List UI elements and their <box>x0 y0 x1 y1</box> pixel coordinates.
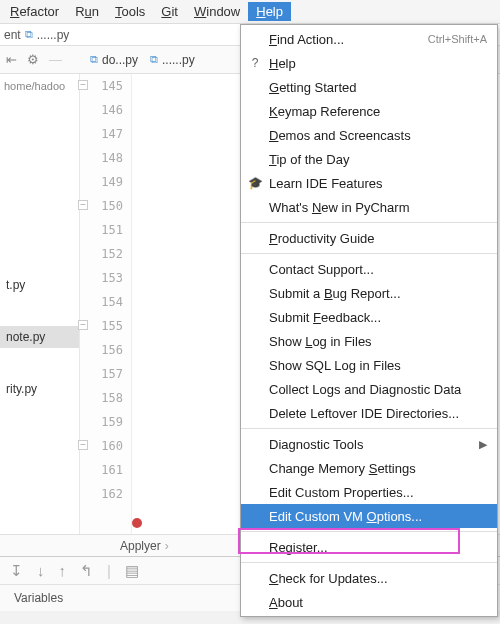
divider: — <box>49 52 62 67</box>
menu-item[interactable]: Productivity Guide <box>241 226 497 250</box>
editor-tab[interactable]: ⧉do...py <box>90 53 138 67</box>
menu-item-label: Learn IDE Features <box>269 176 382 191</box>
help-menu: Find Action...Ctrl+Shift+A?HelpGetting S… <box>240 24 498 617</box>
sidebar-file[interactable]: rity.py <box>0 378 79 400</box>
menu-item-label: Delete Leftover IDE Directories... <box>269 406 459 421</box>
menu-item[interactable]: Submit a Bug Report... <box>241 281 497 305</box>
chevron-right-icon: › <box>165 539 169 553</box>
menu-item-icon: 🎓 <box>247 176 263 190</box>
menu-item[interactable]: Getting Started <box>241 75 497 99</box>
menu-refactor[interactable]: Refactor <box>2 2 67 21</box>
tab-label: ......py <box>162 53 195 67</box>
line-number: 151 <box>80 218 123 242</box>
sidebar-path: home/hadoo <box>0 78 79 94</box>
menu-item[interactable]: Find Action...Ctrl+Shift+A <box>241 27 497 51</box>
menu-item[interactable]: Delete Leftover IDE Directories... <box>241 401 497 425</box>
menu-item-label: Submit Feedback... <box>269 310 381 325</box>
menu-item[interactable]: Change Memory Settings <box>241 456 497 480</box>
step-return-icon[interactable]: ↰ <box>80 562 93 580</box>
menu-item-label: Edit Custom VM Options... <box>269 509 422 524</box>
menu-tools[interactable]: Tools <box>107 2 153 21</box>
step-up-icon[interactable]: ↑ <box>59 562 67 579</box>
line-number: 161 <box>80 458 123 482</box>
fold-icon[interactable]: – <box>78 80 88 90</box>
line-number: 162 <box>80 482 123 506</box>
breakpoint-icon[interactable] <box>132 518 142 528</box>
menu-help[interactable]: Help <box>248 2 291 21</box>
menu-item[interactable]: ?Help <box>241 51 497 75</box>
menu-item[interactable]: Collect Logs and Diagnostic Data <box>241 377 497 401</box>
menu-item-label: Check for Updates... <box>269 571 388 586</box>
menu-item[interactable]: Show SQL Log in Files <box>241 353 497 377</box>
menu-item-label: Demos and Screencasts <box>269 128 411 143</box>
menu-item[interactable]: Check for Updates... <box>241 566 497 590</box>
breadcrumb-file: ......py <box>37 28 70 42</box>
step-out-icon[interactable]: ↧ <box>10 562 23 580</box>
editor-tabs: ⧉do...py⧉......py <box>80 53 195 67</box>
project-sidebar: home/hadoo t.py note.py rity.py <box>0 74 80 534</box>
menu-separator <box>241 562 497 563</box>
menu-item-icon: ? <box>247 56 263 70</box>
gear-icon[interactable]: ⚙ <box>27 52 39 67</box>
submenu-arrow-icon: ▶ <box>479 438 487 451</box>
line-number: 150– <box>80 194 123 218</box>
fold-icon[interactable]: – <box>78 200 88 210</box>
menu-item-label: Change Memory Settings <box>269 461 416 476</box>
line-number: 159 <box>80 410 123 434</box>
menu-item-label: Collect Logs and Diagnostic Data <box>269 382 461 397</box>
tab-label: do...py <box>102 53 138 67</box>
menu-item[interactable]: Submit Feedback... <box>241 305 497 329</box>
line-number: 157 <box>80 362 123 386</box>
fold-icon[interactable]: – <box>78 440 88 450</box>
sidebar-file[interactable]: note.py <box>0 326 79 348</box>
status-crumb[interactable]: Applyer <box>120 539 161 553</box>
menu-item[interactable]: About <box>241 590 497 614</box>
line-number: 146 <box>80 98 123 122</box>
menu-item-label: Register... <box>269 540 328 555</box>
menu-separator <box>241 531 497 532</box>
line-number: 152 <box>80 242 123 266</box>
menu-item[interactable]: Diagnostic Tools▶ <box>241 432 497 456</box>
fold-icon[interactable]: – <box>78 320 88 330</box>
line-number: 160– <box>80 434 123 458</box>
menu-item[interactable]: Show Log in Files <box>241 329 497 353</box>
line-number: 158 <box>80 386 123 410</box>
menu-window[interactable]: Window <box>186 2 248 21</box>
menu-item-label: Help <box>269 56 296 71</box>
menu-item[interactable]: Contact Support... <box>241 257 497 281</box>
shortcut-label: Ctrl+Shift+A <box>428 33 487 45</box>
menu-item-label: Diagnostic Tools <box>269 437 363 452</box>
step-down-icon[interactable]: ↓ <box>37 562 45 579</box>
collapse-icon[interactable]: ⇤ <box>6 52 17 67</box>
menu-item[interactable]: Keymap Reference <box>241 99 497 123</box>
python-file-icon: ⧉ <box>25 28 33 41</box>
line-number: 153 <box>80 266 123 290</box>
menu-separator <box>241 253 497 254</box>
menu-git[interactable]: Git <box>153 2 186 21</box>
menu-item-label: What's New in PyCharm <box>269 200 409 215</box>
menu-item-label: Contact Support... <box>269 262 374 277</box>
line-number: 145– <box>80 74 123 98</box>
menu-item[interactable]: Register... <box>241 535 497 559</box>
menu-item[interactable]: 🎓Learn IDE Features <box>241 171 497 195</box>
menu-item[interactable]: Tip of the Day <box>241 147 497 171</box>
menu-item[interactable]: Edit Custom Properties... <box>241 480 497 504</box>
menu-item-label: Show Log in Files <box>269 334 372 349</box>
menu-item-label: Productivity Guide <box>269 231 375 246</box>
line-number: 154 <box>80 290 123 314</box>
menu-item[interactable]: Edit Custom VM Options... <box>241 504 497 528</box>
menu-item-label: Tip of the Day <box>269 152 349 167</box>
breadcrumb-text: ent <box>4 28 21 42</box>
line-number: 147 <box>80 122 123 146</box>
menu-run[interactable]: Run <box>67 2 107 21</box>
menu-item[interactable]: What's New in PyCharm <box>241 195 497 219</box>
menu-separator <box>241 428 497 429</box>
menu-item[interactable]: Demos and Screencasts <box>241 123 497 147</box>
menu-item-label: Show SQL Log in Files <box>269 358 401 373</box>
sidebar-file[interactable]: t.py <box>0 274 79 296</box>
calculator-icon[interactable]: ▤ <box>125 562 139 580</box>
menu-item-label: Edit Custom Properties... <box>269 485 414 500</box>
editor-tab[interactable]: ⧉......py <box>150 53 195 67</box>
line-number: 148 <box>80 146 123 170</box>
line-number: 155– <box>80 314 123 338</box>
